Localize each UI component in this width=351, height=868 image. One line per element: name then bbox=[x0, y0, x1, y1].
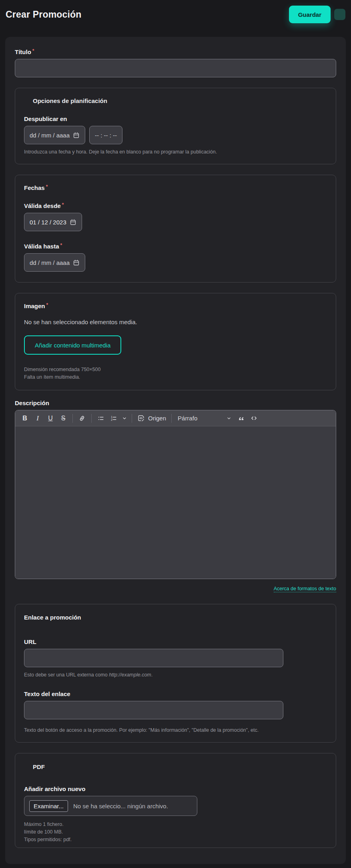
toolbar-separator bbox=[91, 414, 92, 423]
bold-icon[interactable]: B bbox=[19, 412, 31, 424]
titulo-input[interactable] bbox=[15, 59, 336, 77]
url-example: http://example.com bbox=[109, 672, 151, 678]
enlace-fieldset: Enlace a promoción URL Esto debe ser una… bbox=[15, 604, 336, 743]
chevron-down-icon bbox=[227, 416, 231, 421]
valida-desde-field: Válida desde* 01 / 12 / 2023 bbox=[24, 202, 327, 231]
source-editing-button[interactable]: Origen bbox=[135, 412, 168, 424]
list-options-chevron-icon[interactable] bbox=[120, 412, 128, 424]
page-header: Crear Promoción Guardar bbox=[0, 0, 351, 24]
enlace-title: Enlace a promoción bbox=[24, 614, 327, 621]
paragraph-style-dropdown[interactable]: Párrafo bbox=[174, 412, 235, 424]
toolbar-separator bbox=[171, 414, 172, 423]
file-upload-widget[interactable]: Examinar... No se ha seleccio... ningún … bbox=[24, 796, 197, 816]
toolbar-separator bbox=[72, 414, 73, 423]
titulo-field: Título* bbox=[15, 48, 336, 77]
required-asterisk: * bbox=[62, 202, 64, 208]
link-text-label: Texto del enlace bbox=[24, 690, 70, 697]
calendar-icon bbox=[73, 132, 80, 139]
add-media-button[interactable]: Añadir contenido multimedia bbox=[24, 335, 121, 355]
imagen-help-dimension: Dimensión recomendada 750×500 bbox=[24, 366, 327, 373]
header-actions: Guardar bbox=[289, 6, 345, 23]
titulo-label: Título bbox=[15, 48, 31, 55]
page-title: Crear Promoción bbox=[6, 9, 82, 20]
rich-text-area[interactable] bbox=[15, 426, 336, 579]
svg-text:1: 1 bbox=[111, 416, 112, 418]
pdf-help-line: Tipos permitidos: pdf. bbox=[24, 836, 327, 844]
fechas-title: Fechas* bbox=[24, 184, 327, 192]
calendar-icon bbox=[73, 259, 80, 266]
more-actions-button[interactable] bbox=[334, 9, 345, 20]
form-card: Título* Opciones de planificación Despub… bbox=[5, 37, 346, 864]
despublicar-time-input[interactable]: -- : -- : -- bbox=[89, 126, 122, 144]
pdf-fieldset: PDF Añadir archivo nuevo Examinar... No … bbox=[15, 753, 336, 848]
required-asterisk: * bbox=[46, 302, 48, 308]
required-asterisk: * bbox=[32, 48, 34, 54]
toolbar-separator bbox=[132, 414, 132, 423]
save-button[interactable]: Guardar bbox=[289, 6, 331, 23]
pdf-help-line: Máximo 1 fichero. bbox=[24, 821, 327, 828]
despublicar-help: Introduzca una fecha y hora. Deje la fec… bbox=[24, 148, 327, 156]
text-formats-row: Acerca de formatos de texto bbox=[15, 585, 336, 592]
calendar-icon bbox=[70, 219, 76, 226]
valida-hasta-label: Válida hasta bbox=[24, 243, 59, 250]
valida-hasta-date-input[interactable]: dd / mm / aaaa bbox=[24, 253, 85, 272]
date-placeholder: dd / mm / aaaa bbox=[30, 259, 70, 266]
underline-icon[interactable]: U bbox=[44, 412, 56, 424]
date-value: 01 / 12 / 2023 bbox=[30, 219, 66, 226]
despublicar-inputs: dd / mm / aaaa -- : -- : -- bbox=[24, 126, 327, 144]
descripcion-field: Descripción B I U S bbox=[15, 399, 336, 592]
fechas-fieldset: Fechas* Válida desde* 01 / 12 / 2023 Vál… bbox=[15, 175, 336, 283]
valida-hasta-field: Válida hasta* dd / mm / aaaa bbox=[24, 242, 327, 272]
valida-desde-label: Válida desde bbox=[24, 202, 61, 209]
link-icon[interactable] bbox=[76, 412, 88, 424]
descripcion-label: Descripción bbox=[15, 400, 49, 406]
rich-text-editor: B I U S bbox=[15, 410, 336, 579]
time-placeholder: -- : -- : -- bbox=[95, 132, 117, 139]
italic-icon[interactable]: I bbox=[32, 412, 44, 424]
url-help: Esto debe ser una URL externa como http:… bbox=[24, 671, 327, 679]
valida-desde-date-input[interactable]: 01 / 12 / 2023 bbox=[24, 213, 82, 231]
despublicar-date-input[interactable]: dd / mm / aaaa bbox=[24, 126, 85, 144]
pdf-help: Máximo 1 fichero. límite de 100 MB. Tipo… bbox=[24, 821, 327, 844]
planificacion-legend: Opciones de planificación bbox=[24, 97, 327, 105]
link-text-help: Texto del botón de acceso a la promoción… bbox=[24, 727, 327, 734]
url-input[interactable] bbox=[24, 649, 283, 667]
blockquote-icon[interactable] bbox=[235, 412, 247, 424]
despublicar-label: Despublicar en bbox=[24, 115, 327, 123]
text-formats-link[interactable]: Acerca de formatos de texto bbox=[274, 586, 336, 592]
imagen-help: Dimensión recomendada 750×500 Falta un í… bbox=[24, 366, 327, 381]
source-label: Origen bbox=[148, 415, 166, 422]
imagen-title: Imagen* bbox=[24, 302, 327, 310]
link-text-field: Texto del enlace Texto del botón de acce… bbox=[24, 690, 327, 734]
bulleted-list-icon[interactable] bbox=[95, 412, 107, 424]
date-placeholder: dd / mm / aaaa bbox=[30, 132, 70, 139]
link-text-input[interactable] bbox=[24, 701, 283, 719]
source-icon bbox=[137, 414, 145, 422]
no-file-text: No se ha seleccio... ningún archivo. bbox=[73, 803, 168, 809]
strikethrough-icon[interactable]: S bbox=[57, 412, 69, 424]
url-label: URL bbox=[24, 638, 36, 645]
pdf-legend: PDF bbox=[24, 763, 327, 771]
svg-text:2: 2 bbox=[111, 418, 112, 421]
paragraph-dropdown-label: Párrafo bbox=[178, 415, 197, 422]
browse-button[interactable]: Examinar... bbox=[29, 800, 68, 812]
imagen-help-missing: Falta un ítem multimedia. bbox=[24, 373, 327, 381]
required-asterisk: * bbox=[60, 242, 62, 248]
required-asterisk: * bbox=[46, 184, 48, 190]
imagen-fieldset: Imagen* No se han seleccionado elementos… bbox=[15, 293, 336, 390]
code-icon[interactable] bbox=[248, 412, 260, 424]
editor-toolbar: B I U S bbox=[15, 410, 336, 426]
media-empty-text: No se han seleccionado elementos media. bbox=[24, 319, 327, 326]
pdf-help-line: límite de 100 MB. bbox=[24, 828, 327, 836]
planificacion-fieldset: Opciones de planificación Despublicar en… bbox=[15, 88, 336, 164]
add-file-label: Añadir archivo nuevo bbox=[24, 785, 327, 793]
url-field: URL Esto debe ser una URL externa como h… bbox=[24, 638, 327, 679]
numbered-list-icon[interactable]: 1 2 bbox=[108, 412, 120, 424]
